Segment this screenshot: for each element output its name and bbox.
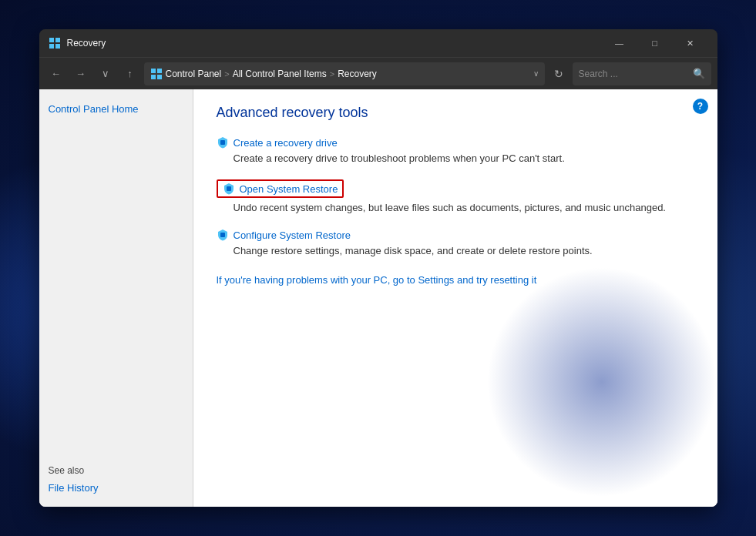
svg-rect-3 xyxy=(55,44,60,49)
window-title: Recovery xyxy=(67,38,602,49)
back-button[interactable]: ← xyxy=(45,63,67,85)
path-part3: Recovery xyxy=(338,69,377,79)
recovery-drive-link-row: Create a recovery drive xyxy=(217,136,694,149)
address-box[interactable]: Control Panel > All Control Panel Items … xyxy=(144,62,545,85)
configure-system-restore-block: Configure System Restore Change restore … xyxy=(217,229,694,258)
content-panel: ? Advanced recovery tools Create a recov… xyxy=(193,89,717,507)
path-icon xyxy=(150,68,163,80)
create-recovery-drive-desc: Create a recovery drive to troubleshoot … xyxy=(217,152,694,166)
path-part2: All Control Panel Items xyxy=(233,69,327,79)
reset-settings-link[interactable]: If you're having problems with your PC, … xyxy=(217,274,694,286)
file-history-link[interactable]: File History xyxy=(49,482,99,494)
address-path: Control Panel > All Control Panel Items … xyxy=(166,69,539,79)
search-box[interactable]: Search ... 🔍 xyxy=(573,62,711,85)
svg-rect-9 xyxy=(227,186,231,191)
svg-rect-5 xyxy=(157,69,162,73)
sidebar-bottom: See also File History xyxy=(49,465,183,494)
open-system-restore-block: Open System Restore Undo recent system c… xyxy=(217,179,694,215)
svg-rect-4 xyxy=(151,69,156,73)
path-sep2: > xyxy=(330,69,334,79)
svg-rect-0 xyxy=(49,38,54,42)
recent-locations-button[interactable]: ∨ xyxy=(95,63,116,85)
shield-icon-2 xyxy=(223,183,235,195)
refresh-button[interactable]: ↻ xyxy=(548,63,570,85)
window-controls: — □ ✕ xyxy=(602,29,708,57)
app-icon xyxy=(49,37,61,49)
shield-icon-3 xyxy=(217,229,229,241)
create-recovery-drive-link[interactable]: Create a recovery drive xyxy=(234,137,338,149)
sidebar-top: Control Panel Home xyxy=(49,102,183,116)
shield-icon-1 xyxy=(217,136,229,149)
open-system-restore-desc: Undo recent system changes, but leave fi… xyxy=(217,201,694,215)
recovery-drive-block: Create a recovery drive Create a recover… xyxy=(217,136,694,166)
svg-rect-10 xyxy=(220,233,225,237)
maximize-button[interactable]: □ xyxy=(637,29,673,57)
svg-rect-6 xyxy=(151,75,156,79)
control-panel-home-link[interactable]: Control Panel Home xyxy=(49,102,183,116)
address-bar: ← → ∨ ↑ Control Panel > All Control Pane… xyxy=(39,57,717,89)
address-dropdown-arrow: ∨ xyxy=(533,69,539,78)
configure-system-restore-link[interactable]: Configure System Restore xyxy=(234,229,351,241)
path-part1: Control Panel xyxy=(166,69,222,79)
svg-rect-8 xyxy=(220,140,225,145)
svg-rect-1 xyxy=(55,38,60,42)
see-also-label: See also xyxy=(49,465,183,476)
help-button[interactable]: ? xyxy=(693,99,708,114)
search-placeholder: Search ... xyxy=(579,69,690,79)
svg-rect-7 xyxy=(157,75,162,79)
svg-rect-2 xyxy=(49,44,54,49)
close-button[interactable]: ✕ xyxy=(673,29,708,57)
open-system-restore-link-row: Open System Restore xyxy=(217,179,694,198)
configure-system-restore-link-row: Configure System Restore xyxy=(217,229,694,241)
main-content: Control Panel Home See also File History… xyxy=(39,89,717,507)
path-sep1: > xyxy=(224,69,229,79)
minimize-button[interactable]: — xyxy=(602,29,637,57)
section-title: Advanced recovery tools xyxy=(217,105,694,121)
up-button[interactable]: ↑ xyxy=(119,63,141,85)
forward-button[interactable]: → xyxy=(70,63,92,85)
search-icon: 🔍 xyxy=(693,68,705,79)
configure-system-restore-desc: Change restore settings, manage disk spa… xyxy=(217,244,694,258)
main-window: Recovery — □ ✕ ← → ∨ ↑ Control Panel > xyxy=(39,29,717,507)
sidebar: Control Panel Home See also File History xyxy=(39,89,193,507)
highlight-box: Open System Restore xyxy=(217,179,344,198)
open-system-restore-link[interactable]: Open System Restore xyxy=(240,183,338,195)
title-bar: Recovery — □ ✕ xyxy=(39,29,717,57)
